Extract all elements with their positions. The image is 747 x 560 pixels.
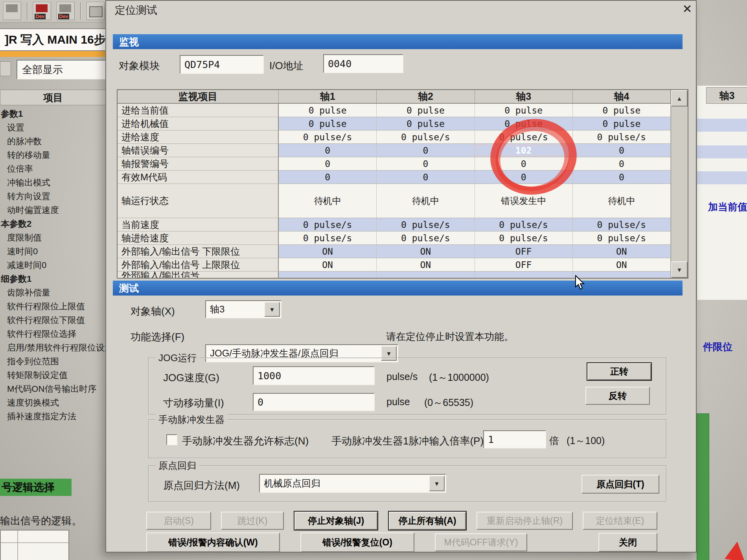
monitor-cell: 0 pulse/s <box>377 130 475 143</box>
right-label-add-current: 加当前值 <box>708 200 747 213</box>
dialog-button[interactable]: 停止对象轴(J) <box>294 511 378 531</box>
target-axis-label: 对象轴(X) <box>131 305 175 318</box>
monitor-cell: 0 pulse/s <box>475 130 573 143</box>
dialog-title: 定位测试 <box>115 3 157 17</box>
chevron-down-icon[interactable]: ▼ <box>429 476 445 491</box>
dialog-button[interactable]: 停止所有轴(A) <box>388 511 467 531</box>
table-row: 外部输入/输出信号 上限限位ONONOFFON <box>118 258 671 272</box>
mpg-group: 手动脉冲发生器 手动脉冲发生器允许标志(N) 手动脉冲发生器1脉冲输入倍率(P)… <box>148 419 667 459</box>
red-corner-marker <box>725 540 747 560</box>
tree-header: 项目 <box>0 90 106 105</box>
sidebar-item[interactable]: 参数1 <box>0 107 105 121</box>
jog-speed-range: (1～1000000) <box>429 371 489 384</box>
sidebar-item[interactable]: 减速时间0 <box>0 258 105 272</box>
sidebar-item[interactable]: 设置 <box>0 121 105 134</box>
toolbar-divider <box>80 2 81 20</box>
display-filter-dropdown[interactable]: 全部显示 <box>17 60 109 79</box>
sidebar-item[interactable]: 转矩限制设定值 <box>0 368 105 382</box>
opr-group: 原点回归 原点回归方法(M) 机械原点回归 ▼ 原点回归(T) <box>148 465 667 502</box>
mpg-group-label: 手动脉冲发生器 <box>155 413 228 426</box>
sidebar-item[interactable]: M代码ON信号输出时序 <box>0 382 105 396</box>
reverse-button[interactable]: 反转 <box>585 387 650 405</box>
dialog-button: 启动(S) <box>146 512 211 530</box>
project-icon[interactable] <box>3 2 21 20</box>
monitor-row-label: 有效M代码 <box>118 171 279 184</box>
inch-move-input[interactable]: 0 <box>253 393 375 411</box>
monitor-cell: ON <box>573 245 671 258</box>
sidebar-item[interactable]: 速时间0 <box>0 244 105 258</box>
monitor-cell: 0 <box>377 171 475 184</box>
target-axis-dropdown[interactable]: 轴3 ▼ <box>205 300 282 318</box>
scroll-up-icon[interactable]: ▲ <box>671 90 688 106</box>
chevron-down-icon[interactable]: ▼ <box>264 302 280 317</box>
io-address-field[interactable]: 0040 <box>323 54 403 73</box>
opr-method-dropdown[interactable]: 机械原点回归 ▼ <box>259 474 446 493</box>
monitor-row-label: 轴运行状态 <box>118 184 279 218</box>
monitor-section-title: 监视 <box>119 35 139 48</box>
monitor-col-header: 轴3 <box>475 90 573 103</box>
monitor-window-icon[interactable] <box>86 2 105 20</box>
sidebar-item[interactable]: 启用/禁用软件行程限位设置 <box>0 341 105 354</box>
mpg-rate-input[interactable]: 1 <box>483 430 546 448</box>
dev-icon-1[interactable]: Dev <box>33 2 51 20</box>
jog-speed-label: JOG速度(G) <box>163 371 219 385</box>
sidebar-item[interactable]: 本参数2 <box>0 217 105 231</box>
io-address-value: 0040 <box>328 58 351 70</box>
table-scrollbar[interactable]: ▲ ▼ <box>671 90 688 278</box>
sidebar-item[interactable]: 位倍率 <box>0 162 105 176</box>
monitor-row-label: 进给机械值 <box>118 117 279 130</box>
table-row: 有效M代码0000 <box>118 171 671 184</box>
jog-speed-input[interactable]: 1000 <box>253 366 375 385</box>
sidebar-item[interactable]: 齿隙补偿量 <box>0 286 105 299</box>
sidebar-item[interactable]: 软件行程限位上限值 <box>0 299 105 313</box>
opr-start-button[interactable]: 原点回归(T) <box>581 475 659 494</box>
forward-button[interactable]: 正转 <box>587 362 652 381</box>
monitor-cell: ON <box>279 258 377 271</box>
mpg-enable-checkbox[interactable] <box>166 434 177 445</box>
sidebar-item[interactable]: 冲输出模式 <box>0 176 105 189</box>
table-row: 进给速度0 pulse/s0 pulse/s0 pulse/s0 pulse/s <box>118 130 671 144</box>
sidebar-item[interactable]: 指令到位范围 <box>0 354 105 368</box>
sidebar-item[interactable]: 转方向设置 <box>0 189 105 203</box>
table-row: 轴错误编号001020 <box>118 144 671 157</box>
monitor-cell: 0 <box>475 157 573 170</box>
close-icon[interactable]: ✕ <box>679 2 695 16</box>
scroll-down-icon[interactable]: ▼ <box>671 261 688 278</box>
monitor-row-label: 外部输入/输出信号 下限限位 <box>118 245 279 258</box>
dialog-button[interactable]: 错误/报警内容确认(W) <box>146 532 280 552</box>
dialog-button[interactable]: 错误/报警复位(O) <box>300 532 414 552</box>
test-section-bar: 测试 <box>113 281 683 296</box>
dialog-button: 重新启动停止轴(R) <box>477 512 573 530</box>
sidebar-item[interactable]: 速度切换模式 <box>0 396 105 409</box>
monitor-cell: 0 <box>279 157 377 170</box>
right-axis-header: 轴3 <box>706 87 747 104</box>
monitor-row-label: 进给当前值 <box>118 104 279 117</box>
monitor-cell: 0 <box>573 157 671 170</box>
monitor-table-header: 监视项目轴1轴2轴3轴4 <box>118 90 671 104</box>
sidebar-item[interactable]: 软件行程限位下限值 <box>0 313 105 327</box>
monitor-cell: 0 pulse <box>573 117 671 130</box>
monitor-cell: 待机中 <box>279 184 377 218</box>
dialog-button[interactable]: 关闭 <box>598 533 657 552</box>
module-field[interactable]: QD75P4 <box>180 55 264 74</box>
dev-icon-2[interactable]: Dev <box>57 2 75 20</box>
monitor-row-label: 轴进给速度 <box>118 231 279 244</box>
monitor-cell: 102 <box>475 144 573 157</box>
sidebar-item[interactable]: 动时偏置速度 <box>0 203 105 217</box>
monitor-table: 监视项目轴1轴2轴3轴4 进给当前值0 pulse0 pulse0 pulse0… <box>117 89 688 279</box>
sidebar-item[interactable]: 转的移动量 <box>0 148 105 162</box>
inch-move-unit: pulse <box>386 396 410 408</box>
mpg-rate-range: (1～100) <box>567 434 605 447</box>
sidebar-item[interactable]: 度限制值 <box>0 231 105 244</box>
sidebar-item[interactable]: 细参数1 <box>0 272 105 286</box>
monitor-row-label: 进给速度 <box>118 130 279 143</box>
display-filter-value: 全部显示 <box>22 63 63 77</box>
sidebar-item[interactable]: 的脉冲数 <box>0 134 105 148</box>
monitor-cell: 0 pulse <box>475 104 573 117</box>
sidebar-item[interactable]: 插补速度指定方法 <box>0 409 105 423</box>
module-value: QD75P4 <box>184 59 220 70</box>
sidebar-item[interactable]: 软件行程限位选择 <box>0 327 105 341</box>
monitor-col-header: 轴4 <box>573 90 671 103</box>
monitor-cell: 0 <box>475 171 573 184</box>
monitor-cell: 0 <box>377 157 475 170</box>
